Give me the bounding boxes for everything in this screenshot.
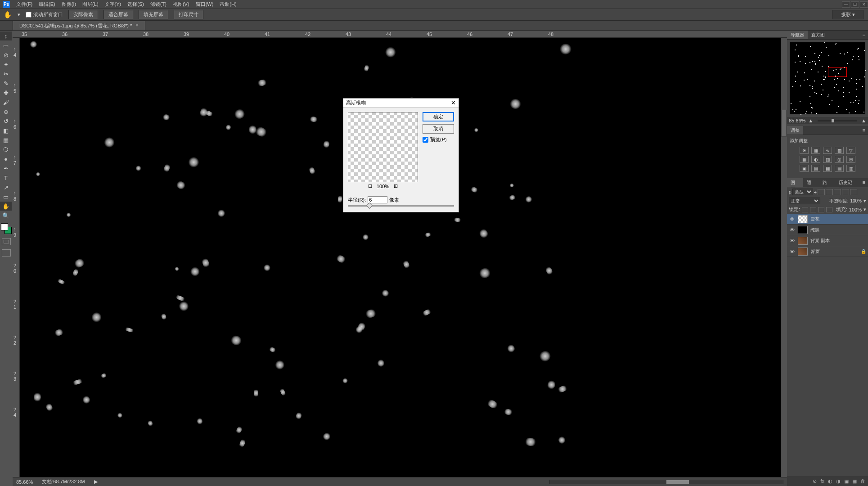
tab-paths[interactable]: 路径 <box>819 178 835 187</box>
panel-menu-icon[interactable]: ≡ <box>860 31 868 39</box>
shape-tool-icon[interactable]: ▭ <box>0 192 12 201</box>
tool-preset-dropdown[interactable]: ▾ <box>18 12 20 18</box>
menu-image[interactable]: 图像(I) <box>62 1 76 8</box>
zoom-out-icon[interactable]: ▲ <box>808 118 813 123</box>
adj-lookup-icon[interactable]: ⊞ <box>846 156 855 163</box>
layer-item[interactable]: 👁 雪花 <box>787 214 868 225</box>
adj-exposure-icon[interactable]: ▨ <box>835 147 844 154</box>
adj-vibrance-icon[interactable]: ▽ <box>846 147 855 154</box>
actual-pixels-button[interactable]: 实际像素 <box>68 10 98 19</box>
visibility-icon[interactable]: 👁 <box>789 249 795 254</box>
preview-checkbox[interactable]: 预览(P) <box>423 136 454 143</box>
blur-tool-icon[interactable]: ❍ <box>0 145 12 154</box>
zoom-in-icon[interactable]: ▲ <box>861 118 866 123</box>
layer-item[interactable]: 👁 纯黑 <box>787 225 868 235</box>
visibility-icon[interactable]: 👁 <box>789 238 795 243</box>
tab-history[interactable]: 历史记录 <box>835 178 860 187</box>
eyedropper-tool-icon[interactable]: ✎ <box>0 79 12 88</box>
preview-zoomin-icon[interactable]: ⊞ <box>394 183 398 189</box>
crop-tool-icon[interactable]: ✂ <box>0 69 12 78</box>
filter-text-icon[interactable] <box>834 189 841 195</box>
visibility-icon[interactable]: 👁 <box>789 216 795 222</box>
tab-layers[interactable]: 图层 <box>787 178 803 187</box>
fill-screen-button[interactable]: 填充屏幕 <box>139 10 168 19</box>
lock-pixels-icon[interactable] <box>810 207 816 212</box>
lasso-tool-icon[interactable]: ⊘ <box>0 50 12 59</box>
menu-select[interactable]: 选择(S) <box>127 1 144 8</box>
adj-brightness-icon[interactable]: ☀ <box>800 147 809 154</box>
scroll-all-windows-checkbox[interactable]: 滚动所有窗口 <box>26 11 63 18</box>
mask-icon[interactable]: ◐ <box>828 478 832 484</box>
dialog-close-icon[interactable]: ✕ <box>451 99 456 106</box>
radius-slider[interactable] <box>348 205 454 207</box>
opacity-value[interactable]: 100% <box>850 198 862 203</box>
horizontal-scrollbar[interactable] <box>549 480 783 484</box>
history-brush-icon[interactable]: ↺ <box>0 117 12 126</box>
layer-item[interactable]: 👁 背景 🔒 <box>787 246 868 257</box>
quickmask-icon[interactable] <box>2 238 11 245</box>
filter-adj-icon[interactable] <box>826 189 833 195</box>
adj-hue-icon[interactable]: ▦ <box>800 156 809 163</box>
path-tool-icon[interactable]: ↗ <box>0 183 12 192</box>
navigator-viewport-rect[interactable] <box>828 67 847 77</box>
stamp-tool-icon[interactable]: ⊕ <box>0 107 12 116</box>
navigator-zoom-slider[interactable] <box>818 120 857 122</box>
link-layers-icon[interactable]: ⊘ <box>813 478 817 484</box>
adjustment-layer-icon[interactable]: ◑ <box>836 478 841 484</box>
adj-poster-icon[interactable]: ▤ <box>811 165 820 172</box>
vertical-scrollbar[interactable] <box>781 38 787 477</box>
pen-tool-icon[interactable]: ✒ <box>0 164 12 173</box>
visibility-icon[interactable]: 👁 <box>789 227 795 233</box>
foreground-color[interactable] <box>1 223 8 230</box>
hand-tool-icon[interactable]: ✋ <box>0 202 12 211</box>
delete-layer-icon[interactable]: 🗑 <box>860 478 865 484</box>
slider-thumb[interactable] <box>366 202 373 209</box>
healing-tool-icon[interactable]: ✚ <box>0 88 12 97</box>
dialog-preview[interactable] <box>348 112 418 182</box>
lock-transparent-icon[interactable] <box>802 207 808 212</box>
adj-curves-icon[interactable]: ∿ <box>823 147 832 154</box>
text-tool-icon[interactable]: T <box>0 173 12 182</box>
panel-menu-icon[interactable]: ≡ <box>860 178 868 187</box>
menu-view[interactable]: 视图(V) <box>173 1 189 8</box>
filter-shape-icon[interactable] <box>842 189 849 195</box>
tab-channels[interactable]: 通道 <box>803 178 819 187</box>
menu-type[interactable]: 文字(Y) <box>105 1 121 8</box>
filter-smart-icon[interactable] <box>850 189 857 195</box>
gradient-tool-icon[interactable]: ▦ <box>0 135 12 144</box>
group-icon[interactable]: ▣ <box>844 478 849 484</box>
layer-filter-type[interactable]: 类型 <box>792 189 813 195</box>
blend-mode-select[interactable]: 正常 <box>789 198 820 204</box>
navigator-preview[interactable] <box>790 42 865 114</box>
menu-file[interactable]: 文件(F) <box>16 1 32 8</box>
layer-item[interactable]: 👁 背景 副本 <box>787 235 868 246</box>
adj-thresh-icon[interactable]: ▦ <box>823 165 832 172</box>
adj-photo-icon[interactable]: ▥ <box>823 156 832 163</box>
lock-all-icon[interactable] <box>826 207 832 212</box>
adj-select-icon[interactable]: ▥ <box>846 165 855 172</box>
zoom-tool-icon[interactable]: 🔍 <box>0 211 12 220</box>
new-layer-icon[interactable]: ▦ <box>852 478 857 484</box>
marquee-tool-icon[interactable]: ▭ <box>0 41 12 50</box>
adj-gradmap-icon[interactable]: ▤ <box>835 165 844 172</box>
screenmode-icon[interactable] <box>2 249 11 256</box>
menu-filter[interactable]: 滤镜(T) <box>150 1 166 8</box>
color-swatches[interactable] <box>0 223 12 235</box>
panel-menu-icon[interactable]: ≡ <box>860 126 868 135</box>
fit-screen-button[interactable]: 适合屏幕 <box>103 10 133 19</box>
fx-icon[interactable]: fx <box>820 478 824 484</box>
adj-levels-icon[interactable]: ▦ <box>811 147 820 154</box>
filter-pixel-icon[interactable] <box>818 189 825 195</box>
window-minimize[interactable]: — <box>842 1 850 8</box>
preview-zoomout-icon[interactable]: ⊟ <box>368 183 372 189</box>
print-size-button[interactable]: 打印尺寸 <box>174 10 203 19</box>
wand-tool-icon[interactable]: ✦ <box>0 60 12 69</box>
brush-tool-icon[interactable]: 🖌 <box>0 98 12 107</box>
document-tab[interactable]: DSC01541-编辑ps-1.jpg @ 85.7% (雪花, RGB/8*)… <box>13 21 145 30</box>
tab-adjustments[interactable]: 调整 <box>787 126 803 135</box>
window-close[interactable]: ✕ <box>860 1 868 8</box>
workspace-selector[interactable]: 摄影 ▾ <box>832 10 864 19</box>
arrow-tool-icon[interactable]: ↕ <box>0 32 12 40</box>
menu-edit[interactable]: 编辑(E) <box>39 1 55 8</box>
tab-histogram[interactable]: 直方图 <box>808 31 828 39</box>
